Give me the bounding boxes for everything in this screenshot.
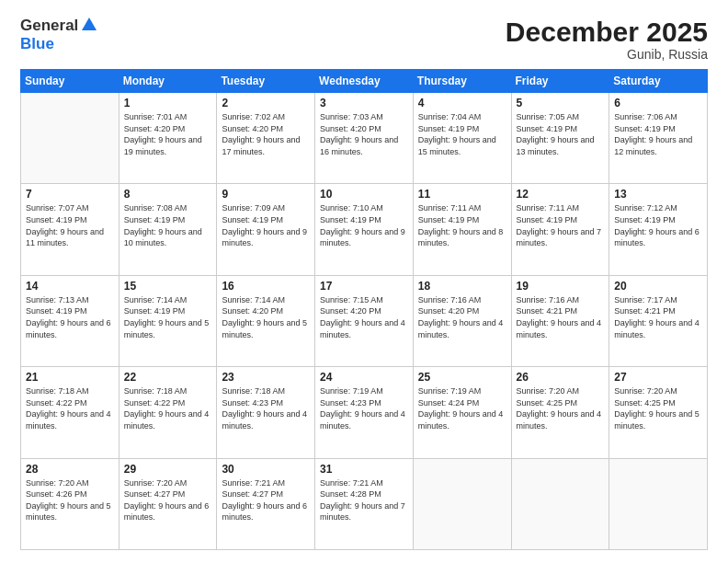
month-title: December 2025: [506, 17, 708, 47]
cell-details: Sunrise: 7:20 AMSunset: 4:27 PMDaylight:…: [124, 477, 212, 523]
day-number: 31: [320, 463, 408, 476]
calendar-cell: 23Sunrise: 7:18 AMSunset: 4:23 PMDayligh…: [217, 367, 315, 458]
svg-marker-0: [82, 17, 97, 30]
logo-blue-text: Blue: [20, 35, 54, 52]
day-number: 26: [517, 371, 605, 384]
day-number: 30: [222, 463, 310, 476]
page: General Blue December 2025 Gunib, Russia…: [0, 0, 728, 563]
day-header-saturday: Saturday: [609, 70, 708, 93]
cell-details: Sunrise: 7:17 AMSunset: 4:21 PMDaylight:…: [614, 294, 702, 340]
calendar-cell: 7Sunrise: 7:07 AMSunset: 4:19 PMDaylight…: [21, 184, 119, 275]
cell-details: Sunrise: 7:20 AMSunset: 4:26 PMDaylight:…: [26, 477, 114, 523]
calendar-cell: 27Sunrise: 7:20 AMSunset: 4:25 PMDayligh…: [609, 367, 708, 458]
day-number: 23: [222, 371, 310, 384]
calendar-cell: 12Sunrise: 7:11 AMSunset: 4:19 PMDayligh…: [511, 184, 609, 275]
cell-details: Sunrise: 7:04 AMSunset: 4:19 PMDaylight:…: [418, 111, 506, 157]
calendar-cell: 3Sunrise: 7:03 AMSunset: 4:20 PMDaylight…: [315, 93, 414, 184]
day-number: 6: [614, 97, 702, 109]
cell-details: Sunrise: 7:18 AMSunset: 4:23 PMDaylight:…: [222, 385, 310, 431]
cell-details: Sunrise: 7:20 AMSunset: 4:25 PMDaylight:…: [517, 385, 605, 431]
day-number: 28: [26, 463, 114, 476]
day-number: 20: [614, 280, 702, 293]
calendar-cell: [511, 458, 609, 549]
cell-details: Sunrise: 7:14 AMSunset: 4:19 PMDaylight:…: [124, 294, 212, 340]
day-header-tuesday: Tuesday: [217, 70, 315, 93]
logo-general-text: General: [20, 17, 78, 35]
cell-details: Sunrise: 7:01 AMSunset: 4:20 PMDaylight:…: [124, 111, 212, 157]
calendar-cell: 21Sunrise: 7:18 AMSunset: 4:22 PMDayligh…: [21, 367, 119, 458]
day-number: 13: [614, 188, 702, 201]
day-header-wednesday: Wednesday: [315, 70, 414, 93]
cell-details: Sunrise: 7:11 AMSunset: 4:19 PMDaylight:…: [418, 202, 506, 248]
cell-details: Sunrise: 7:16 AMSunset: 4:21 PMDaylight:…: [517, 294, 605, 340]
day-number: 8: [124, 188, 212, 201]
logo: General Blue: [20, 17, 98, 53]
cell-details: Sunrise: 7:12 AMSunset: 4:19 PMDaylight:…: [614, 202, 702, 248]
day-number: 22: [124, 371, 212, 384]
calendar-cell: 29Sunrise: 7:20 AMSunset: 4:27 PMDayligh…: [119, 458, 217, 549]
cell-details: Sunrise: 7:21 AMSunset: 4:28 PMDaylight:…: [320, 477, 408, 523]
day-number: 11: [418, 188, 506, 201]
day-number: 25: [418, 371, 506, 384]
day-header-thursday: Thursday: [413, 70, 511, 93]
cell-details: Sunrise: 7:19 AMSunset: 4:24 PMDaylight:…: [418, 385, 506, 431]
day-header-friday: Friday: [511, 70, 609, 93]
day-number: 19: [517, 280, 605, 293]
day-number: 21: [26, 371, 114, 384]
cell-details: Sunrise: 7:05 AMSunset: 4:19 PMDaylight:…: [517, 111, 605, 157]
calendar-cell: 5Sunrise: 7:05 AMSunset: 4:19 PMDaylight…: [511, 93, 609, 184]
cell-details: Sunrise: 7:02 AMSunset: 4:20 PMDaylight:…: [222, 111, 310, 157]
calendar-cell: 10Sunrise: 7:10 AMSunset: 4:19 PMDayligh…: [315, 184, 414, 275]
calendar-cell: 26Sunrise: 7:20 AMSunset: 4:25 PMDayligh…: [511, 367, 609, 458]
cell-details: Sunrise: 7:15 AMSunset: 4:20 PMDaylight:…: [320, 294, 408, 340]
day-number: 24: [320, 371, 408, 384]
header: General Blue December 2025 Gunib, Russia: [20, 17, 708, 62]
day-number: 15: [124, 280, 212, 293]
cell-details: Sunrise: 7:18 AMSunset: 4:22 PMDaylight:…: [26, 385, 114, 431]
cell-details: Sunrise: 7:07 AMSunset: 4:19 PMDaylight:…: [26, 202, 114, 248]
day-number: 14: [26, 280, 114, 293]
calendar-cell: 22Sunrise: 7:18 AMSunset: 4:22 PMDayligh…: [119, 367, 217, 458]
calendar-table: SundayMondayTuesdayWednesdayThursdayFrid…: [20, 69, 708, 550]
calendar-cell: 15Sunrise: 7:14 AMSunset: 4:19 PMDayligh…: [119, 275, 217, 366]
day-number: 29: [124, 463, 212, 476]
cell-details: Sunrise: 7:11 AMSunset: 4:19 PMDaylight:…: [517, 202, 605, 248]
calendar-cell: 17Sunrise: 7:15 AMSunset: 4:20 PMDayligh…: [315, 275, 414, 366]
title-block: December 2025 Gunib, Russia: [506, 17, 708, 62]
calendar-cell: [609, 458, 708, 549]
cell-details: Sunrise: 7:16 AMSunset: 4:20 PMDaylight:…: [418, 294, 506, 340]
calendar-cell: 11Sunrise: 7:11 AMSunset: 4:19 PMDayligh…: [413, 184, 511, 275]
calendar-cell: [21, 93, 119, 184]
calendar-cell: 14Sunrise: 7:13 AMSunset: 4:19 PMDayligh…: [21, 275, 119, 366]
calendar-cell: 28Sunrise: 7:20 AMSunset: 4:26 PMDayligh…: [21, 458, 119, 549]
calendar-cell: 20Sunrise: 7:17 AMSunset: 4:21 PMDayligh…: [609, 275, 708, 366]
cell-details: Sunrise: 7:14 AMSunset: 4:20 PMDaylight:…: [222, 294, 310, 340]
day-number: 10: [320, 188, 408, 201]
day-number: 1: [124, 97, 212, 109]
day-number: 3: [320, 97, 408, 109]
day-number: 16: [222, 280, 310, 293]
calendar-cell: 2Sunrise: 7:02 AMSunset: 4:20 PMDaylight…: [217, 93, 315, 184]
cell-details: Sunrise: 7:19 AMSunset: 4:23 PMDaylight:…: [320, 385, 408, 431]
cell-details: Sunrise: 7:03 AMSunset: 4:20 PMDaylight:…: [320, 111, 408, 157]
cell-details: Sunrise: 7:18 AMSunset: 4:22 PMDaylight:…: [124, 385, 212, 431]
day-header-sunday: Sunday: [21, 70, 119, 93]
location: Gunib, Russia: [506, 47, 708, 62]
cell-details: Sunrise: 7:10 AMSunset: 4:19 PMDaylight:…: [320, 202, 408, 248]
calendar-cell: 1Sunrise: 7:01 AMSunset: 4:20 PMDaylight…: [119, 93, 217, 184]
day-number: 5: [517, 97, 605, 109]
day-number: 9: [222, 188, 310, 201]
day-number: 2: [222, 97, 310, 109]
day-header-monday: Monday: [119, 70, 217, 93]
day-number: 4: [418, 97, 506, 109]
day-number: 12: [517, 188, 605, 201]
calendar-cell: 6Sunrise: 7:06 AMSunset: 4:19 PMDaylight…: [609, 93, 708, 184]
calendar-cell: [413, 458, 511, 549]
cell-details: Sunrise: 7:08 AMSunset: 4:19 PMDaylight:…: [124, 202, 212, 248]
cell-details: Sunrise: 7:09 AMSunset: 4:19 PMDaylight:…: [222, 202, 310, 248]
day-number: 7: [26, 188, 114, 201]
cell-details: Sunrise: 7:13 AMSunset: 4:19 PMDaylight:…: [26, 294, 114, 340]
day-number: 27: [614, 371, 702, 384]
calendar-cell: 18Sunrise: 7:16 AMSunset: 4:20 PMDayligh…: [413, 275, 511, 366]
logo-icon: [80, 16, 98, 34]
